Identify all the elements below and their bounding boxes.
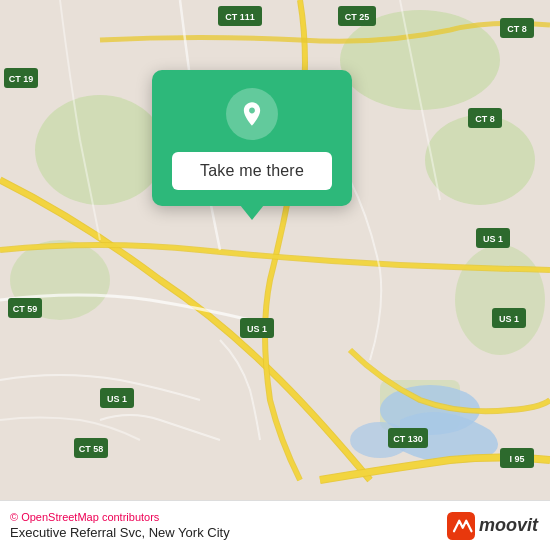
svg-text:US 1: US 1 xyxy=(247,324,267,334)
svg-text:CT 130: CT 130 xyxy=(393,434,423,444)
svg-text:CT 19: CT 19 xyxy=(9,74,34,84)
svg-point-3 xyxy=(35,95,165,205)
take-me-there-button[interactable]: Take me there xyxy=(172,152,332,190)
bottom-bar: © OpenStreetMap contributors Executive R… xyxy=(0,500,550,550)
svg-text:I 95: I 95 xyxy=(509,454,524,464)
map-attribution: © OpenStreetMap contributors xyxy=(10,511,230,523)
location-icon-container xyxy=(226,88,278,140)
attribution-text: OpenStreetMap contributors xyxy=(18,511,159,523)
svg-text:CT 8: CT 8 xyxy=(475,114,495,124)
location-name: Executive Referral Svc, New York City xyxy=(10,525,230,540)
svg-text:US 1: US 1 xyxy=(107,394,127,404)
svg-text:US 1: US 1 xyxy=(499,314,519,324)
svg-point-2 xyxy=(425,115,535,205)
attribution-symbol: © xyxy=(10,511,18,523)
svg-text:CT 8: CT 8 xyxy=(507,24,527,34)
svg-text:US 1: US 1 xyxy=(483,234,503,244)
moovit-logo-icon xyxy=(447,512,475,540)
moovit-text: moovit xyxy=(479,515,538,536)
moovit-logo: moovit xyxy=(447,512,538,540)
svg-text:CT 25: CT 25 xyxy=(345,12,370,22)
svg-text:CT 59: CT 59 xyxy=(13,304,38,314)
map-container: CT 111 CT 25 CT 8 CT 19 CT 8 US 1 US 1 C… xyxy=(0,0,550,500)
location-pin-icon xyxy=(238,100,266,128)
svg-point-5 xyxy=(455,245,545,355)
svg-text:CT 58: CT 58 xyxy=(79,444,104,454)
popup-card: Take me there xyxy=(152,70,352,206)
svg-text:CT 111: CT 111 xyxy=(225,12,255,22)
